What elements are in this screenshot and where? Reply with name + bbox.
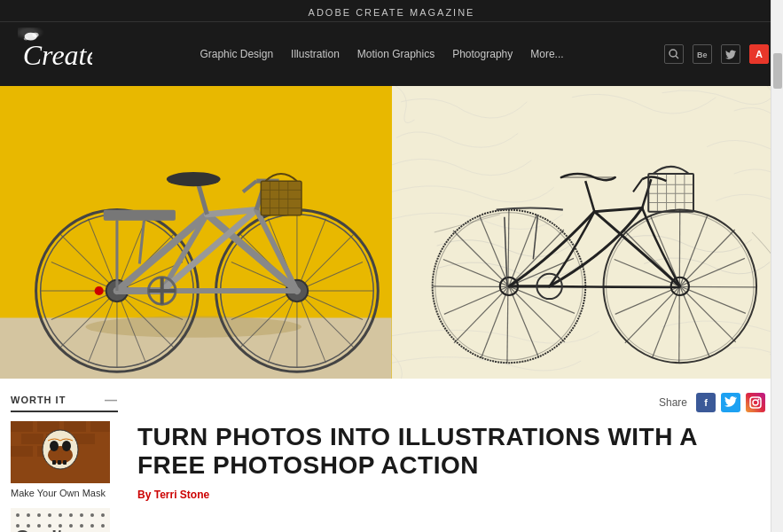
nav-item-motion-graphics[interactable]: Motion Graphics — [357, 48, 435, 60]
svg-point-117 — [37, 513, 41, 517]
hero-photo — [0, 86, 392, 379]
svg-point-116 — [27, 513, 30, 517]
site-header: ADOBE CREATE MAGAZINE Create Graphic Des… — [0, 0, 783, 86]
author-name[interactable]: Terri Stone — [154, 489, 209, 501]
svg-line-5 — [676, 56, 678, 59]
svg-point-122 — [90, 513, 94, 517]
svg-point-118 — [48, 513, 51, 517]
svg-point-163 — [758, 399, 760, 401]
behance-icon[interactable]: Be — [693, 44, 712, 64]
share-bar: Share f — [137, 393, 765, 412]
twitter-share-button[interactable] — [721, 393, 740, 412]
svg-rect-100 — [64, 421, 86, 432]
svg-point-130 — [80, 524, 83, 528]
svg-point-123 — [101, 513, 105, 517]
svg-text:Create: Create — [23, 39, 92, 71]
share-label: Share — [659, 396, 687, 409]
hero-images — [0, 86, 783, 379]
sidebar-item-label-1: Make Your Own Mask — [11, 487, 118, 499]
sidebar-thumb-1[interactable] — [11, 421, 110, 483]
sidebar-thumb-2[interactable]: Can't — [11, 508, 110, 532]
svg-rect-98 — [11, 421, 33, 432]
header-icons: Be A — [664, 44, 769, 64]
svg-rect-112 — [58, 460, 61, 465]
svg-rect-111 — [52, 460, 56, 465]
content-area: WORTH IT — — [0, 379, 783, 532]
svg-point-162 — [753, 400, 758, 405]
svg-point-120 — [69, 513, 73, 517]
adobe-icon[interactable]: A — [749, 44, 769, 64]
site-title: ADOBE CREATE MAGAZINE — [0, 0, 783, 22]
main-nav: Graphic Design Illustration Motion Graph… — [200, 48, 563, 60]
svg-point-41 — [167, 172, 221, 186]
svg-rect-101 — [90, 421, 110, 432]
svg-point-109 — [50, 441, 59, 451]
svg-point-115 — [16, 513, 20, 517]
facebook-share-button[interactable]: f — [696, 393, 716, 412]
search-icon[interactable] — [664, 44, 684, 64]
sidebar: WORTH IT — — [0, 393, 129, 532]
nav-item-graphic-design[interactable]: Graphic Design — [200, 48, 273, 60]
article-title: TURN PHOTOS INTO ILLUSTRATIONS WITH A FR… — [137, 423, 765, 480]
sidebar-collapse-icon[interactable]: — — [105, 393, 118, 407]
sidebar-section-label: WORTH IT — [11, 395, 66, 405]
article-byline: By Terri Stone — [137, 489, 765, 501]
svg-rect-113 — [63, 460, 67, 465]
svg-point-132 — [101, 524, 105, 528]
nav-item-photography[interactable]: Photography — [452, 48, 513, 60]
sidebar-section-title: WORTH IT — — [11, 393, 118, 412]
svg-text:Can't: Can't — [15, 526, 64, 532]
instagram-share-button[interactable] — [746, 393, 765, 412]
site-title-text: ADOBE CREATE MAGAZINE — [309, 7, 475, 18]
sidebar-item-1: Make Your Own Mask — [11, 421, 118, 499]
svg-point-129 — [69, 524, 73, 528]
svg-text:Be: Be — [697, 51, 708, 59]
hero-sketch — [392, 86, 784, 379]
svg-point-4 — [669, 50, 677, 57]
header-main: Create Graphic Design Illustration Motio… — [0, 22, 783, 86]
svg-point-121 — [80, 513, 83, 517]
svg-point-131 — [90, 524, 94, 528]
svg-point-58 — [95, 286, 104, 295]
svg-rect-102 — [21, 434, 43, 444]
scrollbar-thumb[interactable] — [773, 53, 782, 89]
svg-point-110 — [62, 441, 71, 451]
site-logo[interactable]: Create — [14, 27, 99, 81]
svg-rect-105 — [11, 446, 33, 457]
svg-rect-45 — [261, 181, 301, 215]
nav-item-more[interactable]: More... — [530, 48, 563, 60]
scrollbar[interactable] — [771, 0, 783, 532]
nav-item-illustration[interactable]: Illustration — [291, 48, 340, 60]
svg-point-119 — [59, 513, 62, 517]
sidebar-item-2: Can't — [11, 508, 118, 532]
svg-rect-55 — [104, 210, 176, 221]
main-article: Share f — [129, 393, 783, 532]
twitter-icon[interactable] — [721, 44, 740, 64]
